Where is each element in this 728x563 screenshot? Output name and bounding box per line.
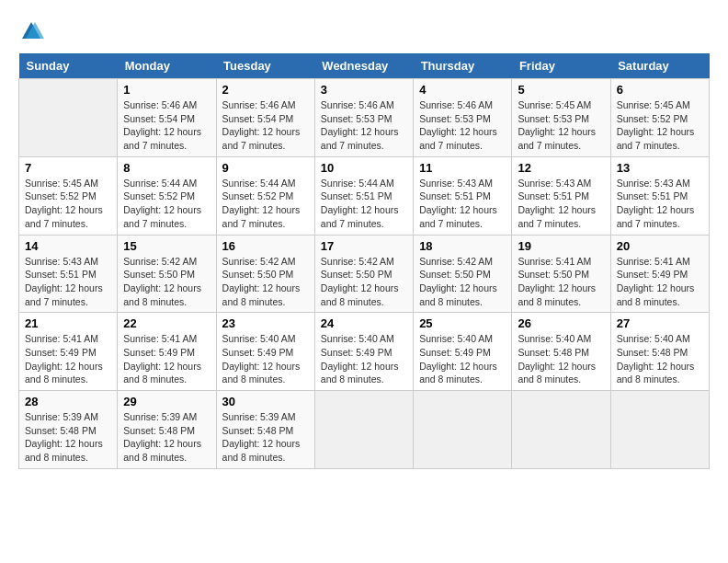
calendar-cell: 8Sunrise: 5:44 AM Sunset: 5:52 PM Daylig… [118,156,216,235]
day-number: 24 [321,316,407,330]
calendar-cell: 10Sunrise: 5:44 AM Sunset: 5:51 PM Dayli… [314,156,413,235]
calendar-cell: 21Sunrise: 5:41 AM Sunset: 5:49 PM Dayli… [19,313,118,391]
day-number: 30 [222,395,309,408]
calendar-cell [314,391,413,469]
calendar-cell: 23Sunrise: 5:40 AM Sunset: 5:49 PM Dayli… [216,313,314,391]
calendar-cell [19,79,118,157]
logo-icon [18,18,44,44]
day-info: Sunrise: 5:46 AM Sunset: 5:53 PM Dayligh… [321,98,407,153]
day-number: 13 [617,161,703,175]
day-info: Sunrise: 5:41 AM Sunset: 5:49 PM Dayligh… [25,332,111,386]
day-number: 29 [123,395,210,408]
day-info: Sunrise: 5:42 AM Sunset: 5:50 PM Dayligh… [419,255,506,309]
calendar-cell: 24Sunrise: 5:40 AM Sunset: 5:49 PM Dayli… [314,313,413,391]
day-info: Sunrise: 5:43 AM Sunset: 5:51 PM Dayligh… [617,177,703,231]
day-info: Sunrise: 5:39 AM Sunset: 5:48 PM Dayligh… [123,410,210,465]
day-number: 7 [25,161,111,175]
day-number: 12 [518,161,604,175]
calendar-cell: 13Sunrise: 5:43 AM Sunset: 5:51 PM Dayli… [610,156,709,235]
day-number: 4 [419,83,506,97]
calendar-cell: 12Sunrise: 5:43 AM Sunset: 5:51 PM Dayli… [512,156,610,235]
day-number: 11 [419,161,506,175]
day-number: 9 [222,161,309,175]
day-number: 15 [123,239,210,253]
calendar-cell [512,391,610,469]
calendar-cell: 6Sunrise: 5:45 AM Sunset: 5:52 PM Daylig… [610,79,709,157]
calendar-cell: 20Sunrise: 5:41 AM Sunset: 5:49 PM Dayli… [610,235,709,313]
calendar-cell [414,391,512,469]
calendar-cell: 30Sunrise: 5:39 AM Sunset: 5:48 PM Dayli… [216,391,314,469]
day-number: 19 [518,239,604,253]
calendar-cell: 29Sunrise: 5:39 AM Sunset: 5:48 PM Dayli… [118,391,216,469]
week-row-1: 1Sunrise: 5:46 AM Sunset: 5:54 PM Daylig… [19,79,710,157]
week-row-2: 7Sunrise: 5:45 AM Sunset: 5:52 PM Daylig… [19,156,710,235]
logo [18,18,50,44]
day-info: Sunrise: 5:44 AM Sunset: 5:51 PM Dayligh… [321,177,407,231]
day-number: 20 [617,239,703,253]
day-number: 28 [25,395,111,408]
day-number: 25 [419,316,506,330]
day-info: Sunrise: 5:43 AM Sunset: 5:51 PM Dayligh… [419,177,506,231]
day-info: Sunrise: 5:46 AM Sunset: 5:53 PM Dayligh… [419,98,506,153]
day-info: Sunrise: 5:42 AM Sunset: 5:50 PM Dayligh… [222,255,309,309]
calendar-cell: 16Sunrise: 5:42 AM Sunset: 5:50 PM Dayli… [216,235,314,313]
col-header-friday: Friday [512,53,610,79]
col-header-monday: Monday [118,53,216,79]
week-row-5: 28Sunrise: 5:39 AM Sunset: 5:48 PM Dayli… [19,391,710,469]
col-header-saturday: Saturday [610,53,709,79]
calendar-cell: 11Sunrise: 5:43 AM Sunset: 5:51 PM Dayli… [414,156,512,235]
day-info: Sunrise: 5:46 AM Sunset: 5:54 PM Dayligh… [222,98,309,153]
day-number: 16 [222,239,309,253]
day-number: 27 [617,316,703,330]
day-number: 26 [518,316,604,330]
day-info: Sunrise: 5:40 AM Sunset: 5:49 PM Dayligh… [321,332,407,386]
day-number: 17 [321,239,407,253]
calendar-cell: 2Sunrise: 5:46 AM Sunset: 5:54 PM Daylig… [216,79,314,157]
day-info: Sunrise: 5:45 AM Sunset: 5:53 PM Dayligh… [518,98,604,153]
day-number: 1 [123,83,210,97]
calendar-cell: 7Sunrise: 5:45 AM Sunset: 5:52 PM Daylig… [19,156,118,235]
calendar-cell [610,391,709,469]
header-row: SundayMondayTuesdayWednesdayThursdayFrid… [19,53,710,79]
day-info: Sunrise: 5:43 AM Sunset: 5:51 PM Dayligh… [518,177,604,231]
calendar-cell: 9Sunrise: 5:44 AM Sunset: 5:52 PM Daylig… [216,156,314,235]
day-number: 14 [25,239,111,253]
day-info: Sunrise: 5:39 AM Sunset: 5:48 PM Dayligh… [25,410,111,465]
day-info: Sunrise: 5:44 AM Sunset: 5:52 PM Dayligh… [123,177,210,231]
col-header-sunday: Sunday [19,53,118,79]
day-number: 5 [518,83,604,97]
week-row-3: 14Sunrise: 5:43 AM Sunset: 5:51 PM Dayli… [19,235,710,313]
col-header-thursday: Thursday [414,53,512,79]
day-info: Sunrise: 5:40 AM Sunset: 5:49 PM Dayligh… [222,332,309,386]
day-info: Sunrise: 5:39 AM Sunset: 5:48 PM Dayligh… [222,410,309,465]
day-info: Sunrise: 5:41 AM Sunset: 5:49 PM Dayligh… [123,332,210,386]
calendar-cell: 5Sunrise: 5:45 AM Sunset: 5:53 PM Daylig… [512,79,610,157]
day-number: 3 [321,83,407,97]
calendar-cell: 15Sunrise: 5:42 AM Sunset: 5:50 PM Dayli… [118,235,216,313]
calendar-cell: 3Sunrise: 5:46 AM Sunset: 5:53 PM Daylig… [314,79,413,157]
calendar-cell: 17Sunrise: 5:42 AM Sunset: 5:50 PM Dayli… [314,235,413,313]
day-info: Sunrise: 5:40 AM Sunset: 5:48 PM Dayligh… [617,332,703,386]
calendar-table: SundayMondayTuesdayWednesdayThursdayFrid… [18,53,710,469]
week-row-4: 21Sunrise: 5:41 AM Sunset: 5:49 PM Dayli… [19,313,710,391]
calendar-cell: 14Sunrise: 5:43 AM Sunset: 5:51 PM Dayli… [19,235,118,313]
day-number: 22 [123,316,210,330]
day-number: 21 [25,316,111,330]
day-info: Sunrise: 5:41 AM Sunset: 5:49 PM Dayligh… [617,255,703,309]
day-info: Sunrise: 5:41 AM Sunset: 5:50 PM Dayligh… [518,255,604,309]
day-number: 6 [617,83,703,97]
day-number: 8 [123,161,210,175]
day-info: Sunrise: 5:44 AM Sunset: 5:52 PM Dayligh… [222,177,309,231]
col-header-tuesday: Tuesday [216,53,314,79]
day-number: 23 [222,316,309,330]
calendar-cell: 19Sunrise: 5:41 AM Sunset: 5:50 PM Dayli… [512,235,610,313]
day-info: Sunrise: 5:40 AM Sunset: 5:49 PM Dayligh… [419,332,506,386]
day-info: Sunrise: 5:43 AM Sunset: 5:51 PM Dayligh… [25,255,111,309]
day-number: 18 [419,239,506,253]
calendar-cell: 25Sunrise: 5:40 AM Sunset: 5:49 PM Dayli… [414,313,512,391]
calendar-cell: 4Sunrise: 5:46 AM Sunset: 5:53 PM Daylig… [414,79,512,157]
calendar-cell: 26Sunrise: 5:40 AM Sunset: 5:48 PM Dayli… [512,313,610,391]
calendar-cell: 27Sunrise: 5:40 AM Sunset: 5:48 PM Dayli… [610,313,709,391]
day-info: Sunrise: 5:45 AM Sunset: 5:52 PM Dayligh… [25,177,111,231]
calendar-cell: 18Sunrise: 5:42 AM Sunset: 5:50 PM Dayli… [414,235,512,313]
